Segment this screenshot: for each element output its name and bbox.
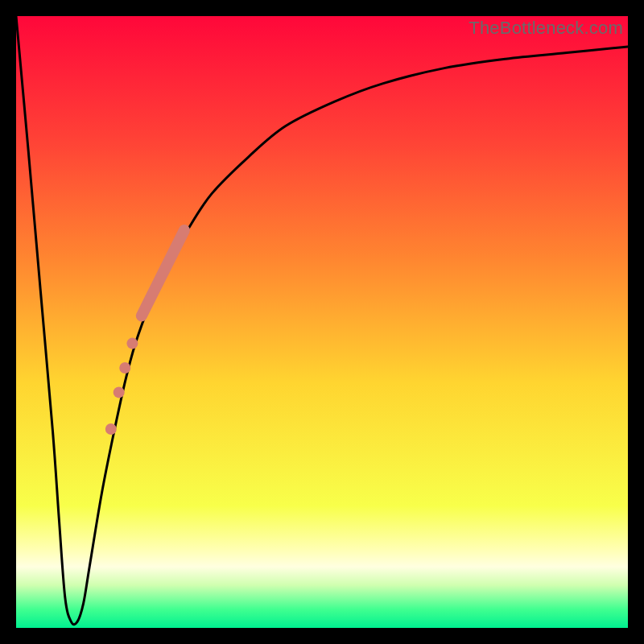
- chart-frame: TheBottleneck.com: [0, 0, 644, 644]
- bottleneck-curve: [16, 16, 628, 625]
- plot-area: TheBottleneck.com: [16, 16, 628, 628]
- highlight-dot: [114, 386, 125, 398]
- chart-svg: [16, 16, 628, 628]
- highlight-dot: [105, 423, 117, 435]
- highlight-segment: [142, 230, 184, 316]
- highlight-dot: [126, 338, 138, 349]
- highlight-dot: [119, 362, 130, 374]
